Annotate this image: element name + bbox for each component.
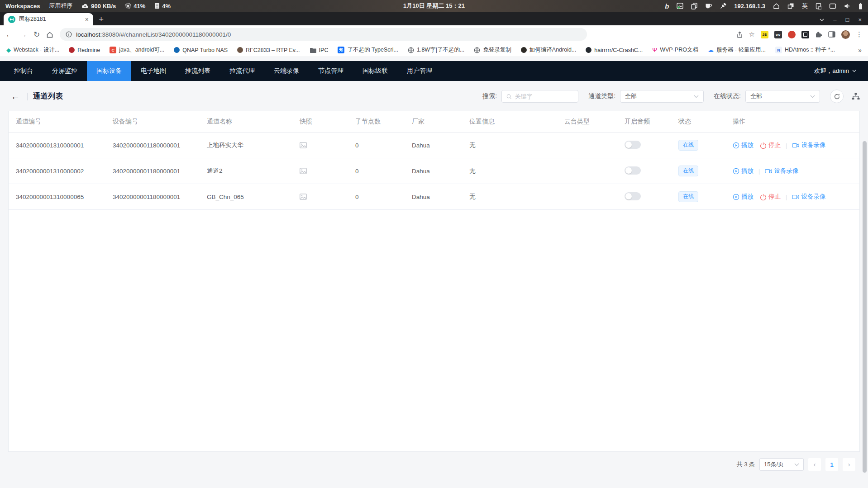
ip-address[interactable]: 192.168.1.3 xyxy=(734,3,765,9)
page-size-select[interactable]: 15条/页 xyxy=(759,458,804,471)
snapshot-image-icon xyxy=(300,142,307,148)
bookmark-item[interactable]: ☁服务器 - 轻量应用... xyxy=(708,46,766,54)
bookmark-item[interactable]: ΨWVP-PRO文档 xyxy=(652,46,698,54)
adblock-extension-icon[interactable]: – xyxy=(788,31,796,38)
bookmark-item[interactable]: RFC2833 – RTP Ev... xyxy=(237,47,300,53)
display-tray-icon[interactable] xyxy=(829,3,836,9)
bookmark-star-icon[interactable]: ☆ xyxy=(749,30,755,38)
clipboard-tray-icon[interactable] xyxy=(691,3,697,9)
url-text[interactable]: localhost:38080/#/channelList/3402000000… xyxy=(76,31,231,38)
stop-button[interactable]: 停止 xyxy=(760,193,781,201)
record-icon xyxy=(792,194,799,200)
extensions-puzzle-icon[interactable] xyxy=(815,31,822,38)
profile-avatar[interactable] xyxy=(841,30,850,39)
back-arrow-button[interactable]: ← xyxy=(8,91,24,102)
nav-tab-10[interactable]: 用户管理 xyxy=(397,61,442,81)
browser-tab[interactable]: 国标28181 × xyxy=(4,13,93,25)
color-picker-tray-icon[interactable] xyxy=(720,3,726,9)
scrollbar-thumb[interactable] xyxy=(863,141,867,473)
nav-tab-3[interactable]: 国标设备 xyxy=(87,61,131,81)
tab-close-icon[interactable]: × xyxy=(85,16,89,23)
online-status-select[interactable]: 全部 xyxy=(745,90,820,103)
audio-toggle[interactable] xyxy=(625,141,641,149)
back-button[interactable]: ← xyxy=(5,31,13,38)
snapshot-thumbnail[interactable] xyxy=(300,194,355,200)
bookmark-item[interactable]: ◆Webstack - 设计... xyxy=(6,46,59,54)
snapshot-thumbnail[interactable] xyxy=(300,168,355,174)
device-record-button[interactable]: 设备录像 xyxy=(792,141,825,149)
device-record-button[interactable]: 设备录像 xyxy=(765,167,798,175)
nav-tab-8[interactable]: 节点管理 xyxy=(309,61,353,81)
play-button[interactable]: 播放 xyxy=(733,141,754,149)
user-menu[interactable]: 欢迎，admin xyxy=(814,67,868,75)
nav-tab-2[interactable]: 分屏监控 xyxy=(43,61,87,81)
new-tab-button[interactable]: + xyxy=(99,15,104,24)
bookmark-item[interactable]: 1.8W字|了不起的... xyxy=(408,46,464,54)
bookmark-item[interactable]: IPC xyxy=(310,47,329,53)
nav-tab-6[interactable]: 拉流代理 xyxy=(220,61,264,81)
site-info-icon[interactable] xyxy=(66,31,72,38)
window-minimize-button[interactable]: – xyxy=(833,17,836,23)
screenshot-tray-icon[interactable] xyxy=(677,3,683,9)
bookmarks-overflow-icon[interactable]: » xyxy=(858,47,862,54)
play-button[interactable]: 播放 xyxy=(733,193,754,201)
input-method-indicator[interactable]: 英 xyxy=(802,2,808,10)
bookmark-item[interactable]: Redmine xyxy=(69,47,100,53)
play-icon xyxy=(733,168,739,175)
battery-tray-icon[interactable] xyxy=(858,3,863,9)
bookmark-item[interactable]: NHDAtmos :: 种子 *... xyxy=(775,46,835,54)
tab-search-icon[interactable] xyxy=(820,19,824,21)
next-page-button[interactable]: › xyxy=(843,458,855,471)
refresh-button[interactable] xyxy=(830,90,844,103)
search-input[interactable] xyxy=(515,93,574,100)
share-icon[interactable] xyxy=(736,31,743,38)
nav-tab-4[interactable]: 电子地图 xyxy=(131,61,176,81)
status-badge: 在线 xyxy=(678,140,698,151)
side-panel-icon[interactable] xyxy=(828,31,835,38)
goggles-extension-icon[interactable]: oo xyxy=(774,31,782,38)
window-close-button[interactable]: × xyxy=(858,17,862,23)
forward-button[interactable]: → xyxy=(19,31,27,38)
device-record-button[interactable]: 设备录像 xyxy=(792,193,825,201)
stop-icon xyxy=(760,142,767,149)
play-button[interactable]: 播放 xyxy=(733,167,754,175)
stop-button[interactable]: 停止 xyxy=(760,141,781,149)
bookmark-item[interactable]: 如何编译Android... xyxy=(521,46,577,54)
record-icon xyxy=(792,142,799,148)
prev-page-button[interactable]: ‹ xyxy=(808,458,821,471)
reload-button[interactable]: ↻ xyxy=(33,31,40,38)
snapshot-thumbnail[interactable] xyxy=(300,142,355,148)
bookmark-item[interactable]: QNAP Turbo NAS xyxy=(174,47,228,53)
page-number-button[interactable]: 1 xyxy=(825,458,838,471)
volume-tray-icon[interactable] xyxy=(844,3,851,9)
bing-tray-icon[interactable]: b xyxy=(665,3,669,9)
bookmark-item[interactable]: Cjava、android可... xyxy=(110,46,164,54)
js-extension-icon[interactable]: JS xyxy=(761,31,768,38)
workspaces-button[interactable]: Workspaces xyxy=(5,3,40,9)
bookmark-item[interactable]: hairrrrr/C-CrashC... xyxy=(586,47,643,53)
home-tray-icon[interactable] xyxy=(773,3,780,9)
nav-tab-1[interactable]: 控制台 xyxy=(5,61,43,81)
windows-tray-icon[interactable] xyxy=(787,3,794,9)
channel-type-select[interactable]: 全部 xyxy=(620,90,704,103)
globe-icon xyxy=(474,47,480,53)
search-input-wrap[interactable] xyxy=(501,90,578,103)
nav-tab-9[interactable]: 国标级联 xyxy=(353,61,397,81)
browser-menu-icon[interactable]: ⋮ xyxy=(856,30,863,38)
bookmark-item[interactable]: 知了不起的 TypeScri... xyxy=(338,46,398,54)
device-tree-button[interactable] xyxy=(852,93,860,100)
dark-extension-icon[interactable] xyxy=(801,31,809,38)
applications-menu[interactable]: 应用程序 xyxy=(49,2,72,10)
coffee-tray-icon[interactable] xyxy=(705,3,712,9)
url-bar[interactable]: localhost:38080/#/channelList/3402000000… xyxy=(60,28,587,41)
audio-toggle[interactable] xyxy=(625,192,641,200)
phonelink-tray-icon[interactable] xyxy=(816,3,821,9)
clock[interactable]: 1月10日 星期二 15：21 xyxy=(403,2,465,10)
url-host: localhost xyxy=(76,31,100,38)
nav-tab-7[interactable]: 云端录像 xyxy=(264,61,309,81)
browser-home-button[interactable] xyxy=(46,31,53,38)
nav-tab-5[interactable]: 推流列表 xyxy=(176,61,220,81)
bookmark-item[interactable]: 免登录复制 xyxy=(474,46,511,54)
window-maximize-button[interactable]: □ xyxy=(846,17,849,23)
audio-toggle[interactable] xyxy=(625,166,641,175)
